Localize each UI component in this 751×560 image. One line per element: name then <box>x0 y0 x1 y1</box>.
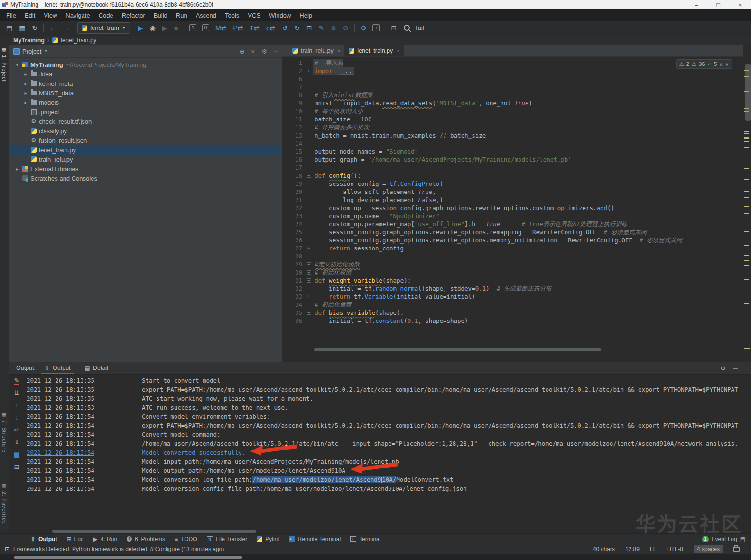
tool-tab-pylint[interactable]: Pylint <box>252 534 284 544</box>
structure-tool-button[interactable]: ▦ 7: Structure <box>1 412 8 453</box>
output-tab-output[interactable]: ⇧Output <box>40 362 75 374</box>
tool-tab-4-run[interactable]: ▶4: Run <box>88 534 122 544</box>
tree-item-kernel-meta[interactable]: ▸kernel_meta <box>9 79 282 88</box>
fold-marker[interactable]: + <box>305 67 313 75</box>
expander-closed-icon[interactable]: ▸ <box>22 91 29 96</box>
search-icon[interactable] <box>404 25 410 31</box>
project-tool-button[interactable]: ▦ 1: Project <box>1 46 8 82</box>
code-area[interactable]: 1# 导入包2+import...678# 引入minist数据集9mnist … <box>282 57 743 362</box>
back-icon[interactable]: ← <box>46 21 59 35</box>
fold-marker[interactable]: ∟ <box>305 293 313 301</box>
menu-ascend[interactable]: Ascend <box>192 12 221 19</box>
sync-icon[interactable]: ↻ <box>28 21 41 35</box>
hide-panel-icon[interactable]: ─ <box>274 48 278 55</box>
menu-refactor[interactable]: Refactor <box>118 12 149 19</box>
tree-item--project[interactable]: .project <box>9 107 282 117</box>
inspections-widget[interactable]: ⚠ 2 ⚠ 36 ✓ 5 ∧ ∨ <box>676 59 732 69</box>
minimize-button[interactable]: – <box>686 1 707 9</box>
menu-window[interactable]: Window <box>265 12 295 19</box>
fold-marker[interactable]: − <box>305 268 313 276</box>
tree-item-external-libraries[interactable]: ▸External Libraries <box>9 164 282 174</box>
frameworks-message[interactable]: Frameworks Detected: Python framework is… <box>13 546 224 552</box>
operator-dev-icon[interactable]: ✎ <box>315 21 328 35</box>
expander-open-icon[interactable]: ▾ <box>13 62 21 67</box>
run-icon[interactable]: ▶ <box>135 21 147 35</box>
tool-tab-log[interactable]: ⊞Log <box>62 534 88 544</box>
open-folder-icon[interactable]: ▤ <box>3 21 16 35</box>
editor-tab-train-relu-py[interactable]: train_relu.py× <box>288 45 344 56</box>
stop-icon[interactable]: ■ <box>171 21 181 35</box>
editor-tab-lenet-train-py[interactable]: lenet_train.py× <box>344 45 404 56</box>
breadcrumb-project[interactable]: MyTraining <box>13 37 45 44</box>
save-all-icon[interactable]: ▦ <box>16 21 28 35</box>
soft-wrap-icon[interactable]: ↵ <box>14 426 19 434</box>
settings-icon[interactable]: ⚙ <box>720 365 726 372</box>
fold-marker[interactable]: − <box>305 276 313 285</box>
favorites-tool-button[interactable]: ▦ 2: Favorites <box>1 483 8 524</box>
print-icon[interactable]: ▤ <box>14 451 19 459</box>
tool-tab-remote-terminal[interactable]: >_Remote Terminal <box>284 534 345 544</box>
expander-closed-icon[interactable]: ▸ <box>22 81 29 86</box>
scroll-to-end-icon[interactable]: ⇓ <box>14 439 19 446</box>
run-window-icon[interactable]: ⊡ <box>388 21 400 35</box>
bottom-scrollbar[interactable] <box>14 556 242 559</box>
maximize-button[interactable]: □ <box>707 1 729 9</box>
menu-file[interactable]: File <box>2 12 20 19</box>
coverage-zero-icon[interactable]: 0 <box>202 24 209 31</box>
indent-setting[interactable]: 4 spaces <box>694 545 723 553</box>
tree-item-mnist-data[interactable]: ▸MNIST_data <box>9 88 282 98</box>
expander-closed-icon[interactable]: ▸ <box>22 100 29 105</box>
tree-item-train-relu-py[interactable]: train_relu.py <box>9 155 282 164</box>
menu-navigate[interactable]: Navigate <box>61 12 94 19</box>
fold-marker[interactable]: ∟ <box>305 244 313 252</box>
next-issue-icon[interactable]: ∨ <box>725 62 729 67</box>
prev-issue-icon[interactable]: ∧ <box>719 62 723 67</box>
hide-panel-icon[interactable]: ─ <box>733 365 738 372</box>
fold-marker[interactable]: − <box>305 309 313 317</box>
chevron-down-icon[interactable]: ▼ <box>44 49 48 54</box>
debug-icon[interactable]: ◉ <box>147 21 159 35</box>
menu-help[interactable]: Help <box>295 12 316 19</box>
menu-code[interactable]: Code <box>94 12 118 19</box>
menu-build[interactable]: Build <box>149 12 172 19</box>
output-horizontal-scrollbar[interactable] <box>52 530 256 533</box>
editor-vertical-scrollbar[interactable] <box>745 64 751 121</box>
tail-label[interactable]: Tail <box>415 24 424 31</box>
zoom-out-icon[interactable]: ⊖ <box>340 21 352 35</box>
zoom-in-icon[interactable]: ⊕ <box>327 21 340 35</box>
clear-all-icon[interactable]: ⊟ <box>14 463 19 471</box>
tool-tab-6-problems[interactable]: !6: Problems <box>122 534 170 544</box>
tool-tab-todo[interactable]: ≡TODO <box>170 534 202 544</box>
editor-horizontal-scrollbar[interactable] <box>314 348 601 351</box>
settings-icon[interactable]: ⚙ <box>261 48 267 55</box>
next-message-icon[interactable]: ↓ <box>15 414 19 422</box>
pin-output-icon[interactable]: ✎ <box>14 377 19 385</box>
menu-run[interactable]: Run <box>172 12 192 19</box>
tree-item-models[interactable]: ▸models <box>9 98 282 107</box>
tool-tab-file-transfer[interactable]: ⇅File Transfer <box>202 534 252 544</box>
menu-tools[interactable]: Tools <box>221 12 243 19</box>
project-panel-title[interactable]: Project <box>22 48 41 55</box>
update-cann-icon[interactable]: ↻ <box>291 21 303 35</box>
profiling-icon[interactable]: P⇄ <box>230 21 247 35</box>
expander-closed-icon[interactable]: ▸ <box>22 72 29 77</box>
fold-marker[interactable]: − <box>305 172 313 180</box>
forward-icon[interactable]: → <box>59 21 73 35</box>
selection-chars[interactable]: 40 chars <box>593 546 615 552</box>
tree-item-scratches-and-consoles[interactable]: Scratches and Consoles <box>9 174 282 183</box>
evaluator-icon[interactable]: e⇄ <box>263 21 279 35</box>
prev-message-icon[interactable]: ↑ <box>15 402 19 409</box>
tree-item-lenet-train-py[interactable]: lenet_train.py <box>9 145 282 155</box>
project-structure-icon[interactable]: + <box>372 24 380 31</box>
fold-marker[interactable]: − <box>305 260 313 268</box>
run-configuration-select[interactable]: lenet_train▼ <box>77 22 130 34</box>
coverage-one-icon[interactable]: 1 <box>189 24 196 31</box>
close-tab-icon[interactable]: × <box>397 48 399 54</box>
encoding[interactable]: UTF-8 <box>667 546 683 552</box>
tree-item--idea[interactable]: ▸.idea <box>9 69 282 79</box>
output-log[interactable]: 2021-12-26 18:13:35Start to convert mode… <box>27 376 751 493</box>
tool-tab-output[interactable]: ⇧Output <box>26 534 62 544</box>
menu-edit[interactable]: Edit <box>20 12 39 19</box>
model-converter-icon[interactable]: M⇄ <box>212 21 230 35</box>
breadcrumb-file[interactable]: lenet_train.py <box>61 37 96 44</box>
